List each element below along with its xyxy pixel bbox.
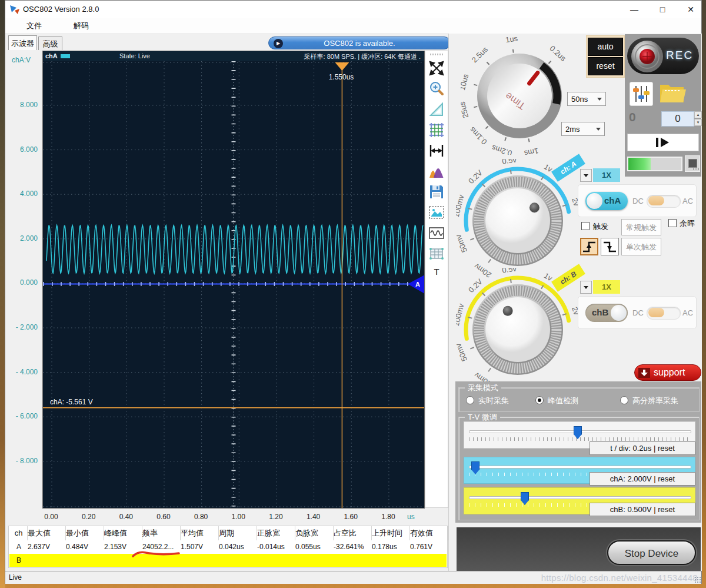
- zoom-in-icon[interactable]: [428, 80, 445, 98]
- channel-a-probe-dropdown[interactable]: [580, 169, 592, 182]
- svg-text:A: A: [415, 281, 420, 288]
- trigger-checkbox[interactable]: [581, 222, 590, 230]
- y-tick-label: 0.000: [9, 278, 38, 287]
- menu-bar: 文件 解码: [5, 18, 701, 34]
- play-icon[interactable]: ▶: [274, 39, 283, 48]
- scope-state: State: Live: [119, 52, 150, 59]
- channel-a-toggle-label: chA: [604, 195, 621, 205]
- ac-label: AC: [682, 308, 693, 317]
- auto-button[interactable]: auto: [588, 38, 623, 56]
- interval-select[interactable]: 2ms: [561, 122, 605, 136]
- mixer-settings-icon[interactable]: [630, 82, 653, 106]
- svg-text:50mv: 50mv: [456, 233, 469, 254]
- acquisition-title: 采集模式: [465, 383, 501, 393]
- progress-option-button[interactable]: [685, 155, 700, 172]
- spinner-arrows[interactable]: ▲ ▼: [694, 111, 702, 127]
- table-header: 峰峰值: [104, 526, 142, 540]
- stop-device-button[interactable]: Stop Device: [607, 540, 696, 565]
- record-panel: REC 0 0 ▲ ▼: [625, 34, 701, 177]
- waveform-icon[interactable]: [428, 224, 445, 242]
- scope-plot[interactable]: A 1.550us chA: -5.561 V: [43, 61, 424, 508]
- cha-offset-reset-button[interactable]: chA: 2.000V | reset: [590, 472, 695, 486]
- slider-groove[interactable]: [469, 496, 691, 499]
- chb-offset-reset-button[interactable]: chB: 0.500V | reset: [590, 503, 695, 516]
- trigger-checkbox-label: 触发: [593, 221, 608, 232]
- support-button[interactable]: support: [634, 364, 701, 381]
- falling-edge-button[interactable]: [601, 238, 619, 255]
- rec-button[interactable]: REC: [627, 38, 699, 74]
- timebase-select[interactable]: 50ns: [567, 92, 606, 106]
- table-cell: 0.055us: [295, 540, 334, 554]
- acquisition-radio-1[interactable]: [535, 396, 544, 404]
- acquisition-radio-label: 高分辨率采集: [632, 396, 678, 406]
- open-folder-icon[interactable]: [658, 80, 688, 106]
- channel-a-probe-mult[interactable]: 1X: [593, 168, 620, 182]
- channel-a-enable-toggle[interactable]: chA: [585, 192, 628, 210]
- scope-toolbar: T: [425, 51, 448, 508]
- menu-decode[interactable]: 解码: [70, 19, 92, 33]
- slider-groove[interactable]: [469, 466, 691, 469]
- table-row-b: [9, 554, 447, 567]
- grid-icon[interactable]: [428, 121, 445, 139]
- buffer-progress-bar: [627, 157, 682, 171]
- oscilloscope-display[interactable]: chA State: Live 采样率: 80M SPS. | 缓冲区: 64K…: [42, 51, 425, 509]
- channel-a-coupling-toggle[interactable]: [647, 195, 681, 208]
- spectrum-icon[interactable]: [428, 162, 445, 180]
- time-base-knob[interactable]: Time0.2us1us2.5us10us25us0.1ms0.2ms1ms: [461, 37, 578, 155]
- acquisition-radio-2[interactable]: [620, 396, 628, 404]
- toolbar-grip[interactable]: [430, 54, 444, 55]
- tab-oscilloscope[interactable]: 示波器: [8, 35, 37, 50]
- screenshot-icon[interactable]: [428, 204, 445, 221]
- minimize-button[interactable]: —: [624, 2, 644, 17]
- channel-b-probe-mult[interactable]: 1X: [593, 280, 620, 294]
- trigger-cursor-button[interactable]: T: [425, 267, 448, 277]
- device-status-pill[interactable]: ▶ OSC802 is available.: [268, 36, 451, 49]
- slider-tick-marks: [469, 437, 691, 441]
- dc-label: DC: [632, 308, 644, 317]
- table-cell: 0.761V: [410, 540, 448, 554]
- status-text: Live: [9, 573, 22, 582]
- data-table-icon[interactable]: [428, 245, 445, 263]
- table-cell: 0.178us: [372, 540, 410, 554]
- save-icon[interactable]: [428, 183, 445, 201]
- title-bar: OSC802 Version 2.8.0 — □ ✕: [5, 1, 701, 19]
- channel-b-coupling-toggle[interactable]: [647, 307, 681, 320]
- record-count-spinner[interactable]: 0: [661, 111, 694, 127]
- reset-button[interactable]: reset: [588, 57, 623, 75]
- svg-text:1ms: 1ms: [523, 147, 540, 155]
- y-tick-label: - 4.000: [9, 368, 38, 376]
- acquisition-radio-label: 实时采集: [478, 396, 509, 406]
- download-arrow-icon: [638, 368, 650, 378]
- close-button[interactable]: ✕: [681, 2, 701, 17]
- table-header: 平均值: [181, 526, 219, 540]
- normal-trigger-button[interactable]: 常规触发: [621, 219, 661, 235]
- set-square-icon[interactable]: [428, 101, 445, 118]
- y-tick-label: 8.000: [9, 101, 38, 109]
- resize-grip[interactable]: [694, 576, 701, 583]
- horizontal-measure-icon[interactable]: [428, 142, 445, 160]
- svg-text:10us: 10us: [461, 72, 470, 91]
- window-title: OSC802 Version 2.8.0: [23, 1, 99, 18]
- single-trigger-button[interactable]: 单次触发: [621, 238, 661, 255]
- y-tick-label: 4.000: [9, 190, 38, 198]
- table-header: 最大值: [28, 526, 66, 540]
- tdiv-reset-button[interactable]: t / div: 0.2us | reset: [590, 441, 695, 455]
- step-play-button[interactable]: [627, 134, 699, 151]
- watermark: https://blog.csdn.net/weixin_41534448: [506, 573, 698, 583]
- rising-edge-button[interactable]: [580, 238, 598, 255]
- expand-icon[interactable]: [428, 59, 445, 77]
- y-axis-unit-label: chA:V: [12, 56, 31, 64]
- table-cell: 0.484V: [66, 540, 104, 554]
- toggle-thumb: [587, 193, 602, 209]
- channel-b-probe-dropdown[interactable]: [580, 281, 592, 294]
- menu-file[interactable]: 文件: [23, 19, 45, 33]
- acquisition-radio-0[interactable]: [466, 396, 474, 404]
- chevron-down-icon: [596, 128, 601, 131]
- svg-text:50mv: 50mv: [456, 342, 469, 363]
- tab-advanced[interactable]: 高级: [38, 36, 62, 50]
- persistence-checkbox[interactable]: [668, 219, 677, 227]
- channel-b-toggle-label: chB: [592, 307, 608, 317]
- table-header: 有效值: [410, 526, 448, 540]
- maximize-button[interactable]: □: [652, 2, 672, 17]
- channel-b-enable-toggle[interactable]: chB: [585, 304, 628, 322]
